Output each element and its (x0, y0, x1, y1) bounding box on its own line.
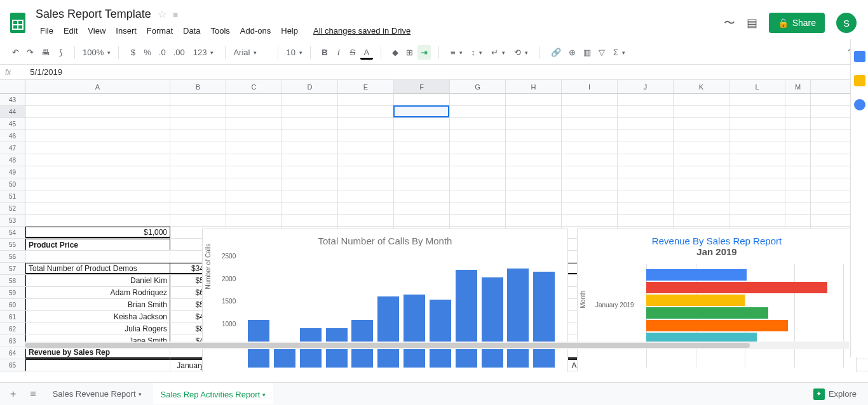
cell[interactable]: Julia Rogers (25, 323, 170, 335)
cell[interactable] (729, 202, 785, 214)
cell[interactable] (785, 142, 811, 154)
cell[interactable] (674, 94, 729, 105)
cell[interactable] (450, 118, 506, 129)
cell[interactable] (25, 154, 170, 166)
cell[interactable] (25, 106, 170, 117)
row-header[interactable]: 60 (0, 299, 25, 311)
cell[interactable] (25, 251, 170, 262)
cell[interactable] (226, 178, 282, 190)
cell[interactable] (506, 178, 562, 190)
calendar-icon[interactable] (854, 51, 865, 62)
cell[interactable] (674, 166, 729, 178)
cell[interactable] (170, 94, 226, 105)
cell[interactable] (785, 215, 811, 226)
cell[interactable] (25, 371, 170, 372)
chart-revenue[interactable]: Revenue By Sales Rep Report Jan 2019 Mon… (577, 229, 857, 372)
cell[interactable] (618, 130, 674, 142)
cell[interactable] (674, 154, 729, 166)
cell[interactable] (394, 166, 450, 178)
cell[interactable] (450, 130, 506, 142)
cell[interactable] (282, 202, 338, 214)
valign-icon[interactable]: ↕ (468, 46, 487, 58)
strike-icon[interactable]: S (346, 45, 359, 60)
row-header[interactable]: 53 (0, 215, 25, 227)
cell[interactable] (562, 118, 618, 129)
col-header[interactable]: J (618, 80, 674, 93)
cell[interactable] (450, 166, 506, 178)
row-header[interactable]: 43 (0, 94, 25, 106)
cell[interactable] (674, 142, 729, 154)
explore-button[interactable]: ✦Explore (807, 385, 863, 404)
cell[interactable] (226, 142, 282, 154)
cell[interactable] (506, 202, 562, 214)
cell[interactable] (450, 142, 506, 154)
cell[interactable] (394, 94, 450, 105)
cell[interactable] (282, 190, 338, 202)
row-header[interactable]: 54 (0, 227, 25, 239)
row-header[interactable]: 44 (0, 106, 25, 118)
menu-data[interactable]: Data (179, 23, 205, 38)
borders-icon[interactable]: ⊞ (403, 45, 416, 60)
cell[interactable] (618, 106, 674, 117)
cell[interactable] (785, 118, 811, 129)
cell[interactable] (506, 215, 562, 226)
cell[interactable] (226, 130, 282, 142)
col-header[interactable]: A (25, 80, 170, 93)
cell[interactable]: Daniel Kim (25, 275, 170, 286)
comment-icon[interactable]: ▤ (747, 16, 757, 30)
cell[interactable] (170, 106, 226, 117)
sheets-logo[interactable] (5, 10, 31, 36)
cell[interactable] (729, 142, 785, 154)
col-header[interactable]: F (394, 80, 450, 93)
cell[interactable] (394, 154, 450, 166)
cell[interactable] (674, 190, 729, 202)
cell[interactable] (450, 190, 506, 202)
cell[interactable] (674, 118, 729, 129)
cell[interactable] (25, 94, 170, 105)
cell[interactable] (562, 215, 618, 226)
menu-insert[interactable]: Insert (111, 23, 141, 38)
formula-value[interactable]: 5/1/2019 (30, 67, 62, 77)
row-header[interactable]: 51 (0, 190, 25, 202)
cell[interactable] (25, 118, 170, 129)
menu-tools[interactable]: Tools (206, 23, 234, 38)
cell[interactable] (450, 154, 506, 166)
h-scrollbar[interactable] (25, 342, 849, 349)
cell[interactable] (282, 106, 338, 117)
row-header[interactable]: 56 (0, 251, 25, 263)
cell[interactable] (562, 178, 618, 190)
row-header[interactable]: 46 (0, 130, 25, 142)
star-icon[interactable]: ☆ (158, 8, 166, 20)
share-button[interactable]: 🔒Share (769, 13, 825, 33)
cell[interactable] (338, 178, 394, 190)
row-header[interactable]: 62 (0, 323, 25, 335)
cell[interactable] (25, 215, 170, 226)
cell[interactable] (506, 154, 562, 166)
cell[interactable] (506, 166, 562, 178)
add-sheet-icon[interactable]: + (5, 385, 21, 404)
row-header[interactable]: 57 (0, 263, 25, 275)
cell[interactable] (170, 215, 226, 226)
cell[interactable] (450, 178, 506, 190)
cell[interactable] (785, 154, 811, 166)
functions-icon[interactable]: Σ (609, 46, 629, 58)
cell[interactable] (394, 202, 450, 214)
col-header[interactable]: E (338, 80, 394, 93)
cell[interactable] (282, 154, 338, 166)
cell[interactable] (170, 202, 226, 214)
bold-icon[interactable]: B (318, 45, 331, 60)
cell[interactable] (394, 130, 450, 142)
cell[interactable] (282, 166, 338, 178)
cell[interactable]: Total Number of Product Demos (25, 263, 170, 274)
formula-bar[interactable]: fx 5/1/2019 (0, 65, 868, 80)
menu-edit[interactable]: Edit (59, 23, 82, 38)
row-header[interactable]: 66 (0, 371, 25, 372)
chart-calls[interactable]: Total Number of Calls By Month Number of… (202, 229, 568, 372)
cell[interactable] (562, 190, 618, 202)
cell[interactable] (618, 94, 674, 105)
cell[interactable] (729, 130, 785, 142)
cell[interactable] (394, 215, 450, 226)
row-header[interactable]: 45 (0, 118, 25, 130)
cell[interactable] (785, 130, 811, 142)
cell[interactable] (729, 106, 785, 117)
